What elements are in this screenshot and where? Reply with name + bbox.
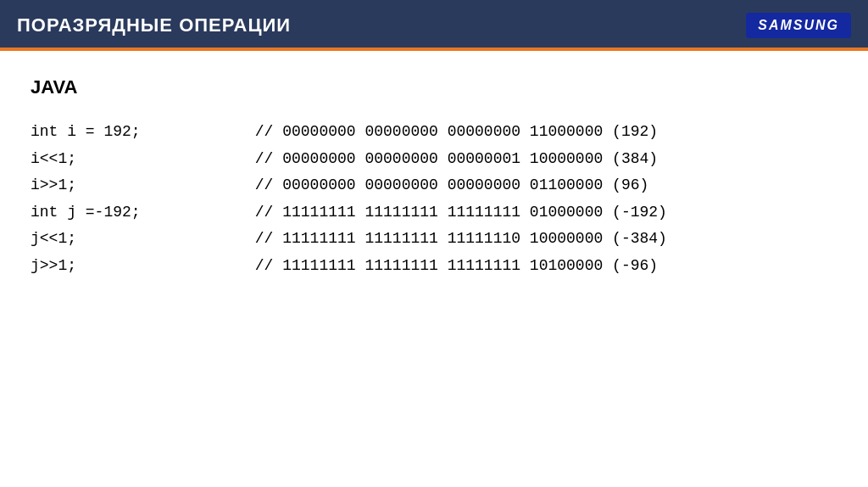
code-statement: i>>1;	[31, 172, 200, 199]
code-comment: // 11111111 11111111 11111111 10100000 (…	[200, 253, 658, 280]
code-comment: // 11111111 11111111 11111110 10000000 (…	[200, 226, 667, 253]
code-comment: // 00000000 00000000 00000000 01100000 (…	[200, 172, 648, 199]
header: ПОРАЗРЯДНЫЕ ОПЕРАЦИИ SAMSUNG	[0, 0, 868, 51]
code-statement: j<<1;	[31, 226, 200, 253]
code-statement: i<<1;	[31, 146, 200, 173]
code-statement: int j =-192;	[31, 199, 200, 227]
code-statement: j>>1;	[31, 253, 200, 280]
code-comment: // 11111111 11111111 11111111 01000000 (…	[200, 199, 667, 227]
code-comment: // 00000000 00000000 00000000 11000000 (…	[200, 119, 658, 146]
code-line: int j =-192; // 11111111 11111111 111111…	[31, 199, 837, 227]
code-line: j<<1; // 11111111 11111111 11111110 1000…	[31, 226, 837, 253]
code-line: i>>1; // 00000000 00000000 00000000 0110…	[31, 172, 837, 199]
section-title: JAVA	[31, 76, 837, 98]
code-block: int i = 192; // 00000000 00000000 000000…	[31, 119, 837, 279]
code-statement: int i = 192;	[31, 119, 200, 146]
code-line: j>>1; // 11111111 11111111 11111111 1010…	[31, 253, 837, 280]
code-line: i<<1; // 00000000 00000000 00000001 1000…	[31, 146, 837, 173]
samsung-logo-text: SAMSUNG	[758, 18, 839, 32]
content: JAVA int i = 192; // 00000000 00000000 0…	[0, 51, 868, 305]
samsung-logo-box: SAMSUNG	[746, 13, 851, 38]
code-line: int i = 192; // 00000000 00000000 000000…	[31, 119, 837, 146]
code-comment: // 00000000 00000000 00000001 10000000 (…	[200, 146, 658, 173]
header-title: ПОРАЗРЯДНЫЕ ОПЕРАЦИИ	[17, 14, 291, 36]
samsung-logo: SAMSUNG	[746, 13, 851, 38]
